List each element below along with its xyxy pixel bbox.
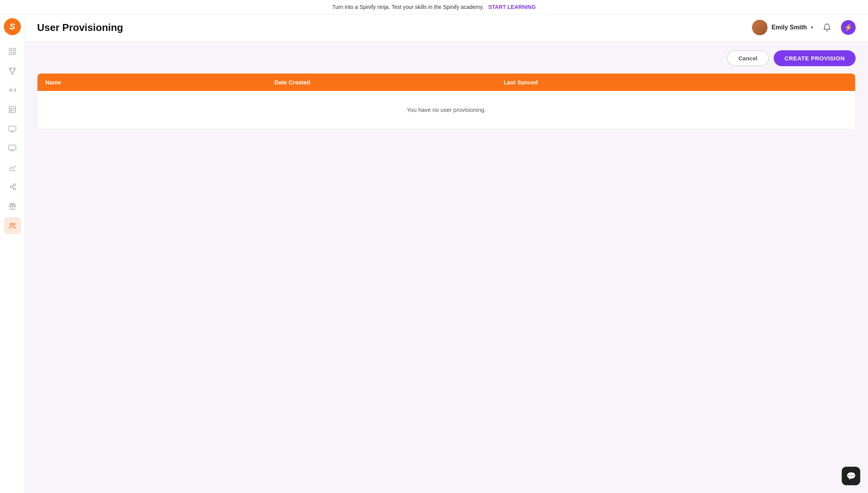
chat-icon: 💬 [846,471,856,481]
bolt-button[interactable]: ⚡ [841,20,856,35]
svg-point-15 [13,188,15,190]
svg-rect-4 [9,106,15,113]
user-name: Emily Smith [771,24,807,31]
header-right: Emily Smith ▾ ⚡ [752,20,856,35]
notification-button[interactable] [820,21,834,34]
sidebar-item-integrations[interactable] [4,178,21,195]
table-header: Name Date Created Last Synced [38,74,855,91]
sidebar-item-reports[interactable] [4,101,21,118]
svg-point-20 [10,223,12,226]
page-title: User Provisioning [37,22,123,34]
sidebar-item-screen[interactable] [4,120,21,137]
logo-letter: S [9,22,15,31]
svg-point-21 [13,223,15,225]
main-content: Cancel CREATE PROVISION Name Date Create… [25,41,868,493]
header: User Provisioning Emily Smith ▾ ⚡ [25,14,868,41]
col-name: Name [45,79,275,86]
banner-cta[interactable]: START LEARNING [488,4,536,10]
chevron-down-icon: ▾ [811,25,813,30]
svg-rect-3 [13,52,15,55]
empty-message: You have no user provisioning. [407,106,486,113]
table-empty-state: You have no user provisioning. [38,91,855,129]
sidebar-item-trophy[interactable] [4,62,21,79]
sidebar-logo[interactable]: S [4,18,21,35]
svg-line-17 [12,187,14,188]
provisions-table: Name Date Created Last Synced You have n… [37,73,856,129]
avatar [752,20,767,35]
content-area: User Provisioning Emily Smith ▾ ⚡ [25,14,868,493]
chat-button[interactable]: 💬 [842,467,860,485]
user-profile[interactable]: Emily Smith ▾ [752,20,813,35]
svg-rect-0 [9,48,11,51]
sidebar-item-chart[interactable] [4,159,21,176]
col-date-created: Date Created [275,79,504,86]
sidebar-item-dashboard[interactable] [4,43,21,60]
svg-rect-8 [9,126,15,131]
svg-rect-11 [9,145,15,150]
toolbar: Cancel CREATE PROVISION [37,50,856,66]
svg-point-14 [13,184,15,186]
banner-text: Turn into a Spinify ninja. Test your ski… [332,4,484,10]
sidebar-item-gifts[interactable] [4,198,21,215]
sidebar-item-users[interactable] [4,217,21,234]
col-last-synced: Last Synced [504,79,848,86]
top-banner: Turn into a Spinify ninja. Test your ski… [0,0,868,14]
sidebar-item-megaphone[interactable] [4,82,21,99]
svg-rect-1 [13,48,15,51]
svg-rect-2 [9,52,11,55]
cancel-button[interactable]: Cancel [727,50,769,66]
create-provision-button[interactable]: CREATE PROVISION [774,50,856,66]
sidebar-item-monitor[interactable] [4,140,21,157]
bolt-icon: ⚡ [844,23,853,32]
svg-point-13 [10,186,12,188]
sidebar: S [0,14,25,493]
